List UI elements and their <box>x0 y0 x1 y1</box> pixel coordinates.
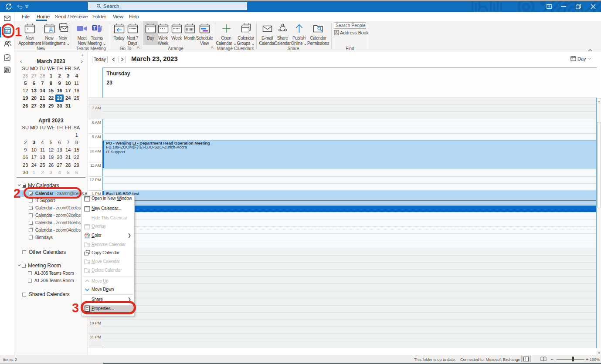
svg-text:T: T <box>87 244 89 247</box>
svg-text:T: T <box>93 25 96 30</box>
